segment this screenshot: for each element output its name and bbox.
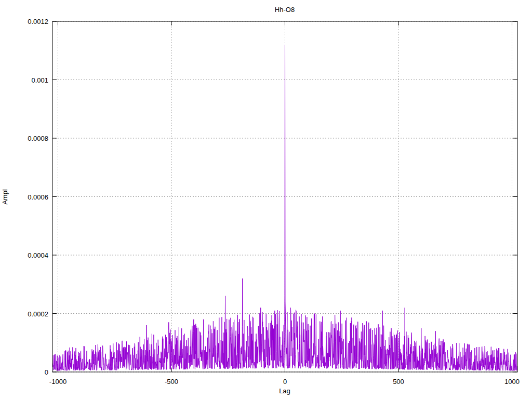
plot-window: -1000-5000500100000.00020.00040.00060.00…: [0, 0, 532, 399]
x-tick-label: -1000: [49, 378, 66, 385]
x-axis-title: Lag: [279, 387, 290, 395]
y-tick-label: 0.0006: [28, 193, 48, 201]
x-tick-label: 1000: [504, 378, 520, 385]
y-tick-label: 0.001: [31, 76, 48, 84]
y-tick-label: 0.0004: [28, 251, 48, 259]
correlation-chart: -1000-5000500100000.00020.00040.00060.00…: [0, 0, 532, 399]
x-tick-label: 500: [393, 378, 404, 385]
x-tick-label: -500: [165, 378, 178, 385]
y-tick-label: 0.0012: [28, 18, 48, 25]
y-axis-title: Ampl: [1, 189, 9, 205]
x-tick-label: 0: [283, 378, 287, 385]
chart-title: Hh-O8: [275, 6, 295, 14]
y-tick-label: 0.0002: [28, 310, 48, 318]
y-tick-label: 0: [45, 368, 48, 376]
y-tick-label: 0.0008: [28, 135, 48, 142]
